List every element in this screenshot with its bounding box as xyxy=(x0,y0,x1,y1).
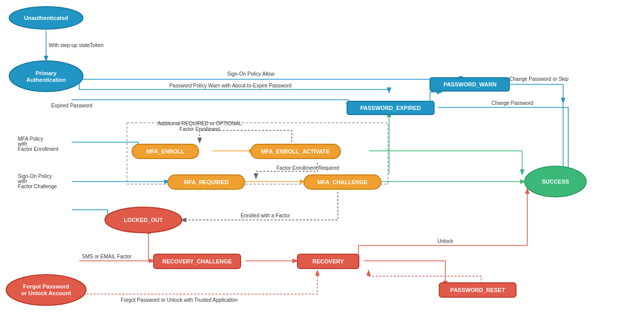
edge-forgot-to-recovery-dashed xyxy=(79,271,317,294)
node-mfa-required-label: MFA_REQUIRED xyxy=(184,179,228,185)
edge-label-additional-req: Additional REQUIRED or OPTIONAL xyxy=(158,121,242,126)
node-password-reset-label: PASSWORD_RESET xyxy=(450,287,505,293)
node-success-label: SUCCESS xyxy=(542,179,569,185)
edge-label-signon-allow: Sign-On Policy Allow xyxy=(227,71,275,77)
node-password-warn-label: PASSWORD_WARN xyxy=(443,81,497,87)
edge-label-forgot-trusted: Forgot Password or Unlock with Trusted A… xyxy=(121,297,238,303)
node-forgot-password-label2: or Unlock Account xyxy=(21,290,71,296)
edge-primary-to-pwwarn xyxy=(79,76,461,81)
edge-label-change-pw-skip: Change Password or Skip xyxy=(509,76,569,82)
edge-pwwarn-change xyxy=(504,84,563,102)
state-diagram-svg: With step-up stateToken Sign-On Policy A… xyxy=(0,0,644,312)
edge-label-unlock: Unlock xyxy=(438,238,454,244)
node-recovery-label: RECOVERY xyxy=(312,258,344,264)
node-locked-out-label: LOCKED_OUT xyxy=(124,217,163,223)
node-unauthenticated-label: Unauthenticated xyxy=(24,15,68,21)
edge-label-pw-warn: Password Policy Warn with About-to-Expir… xyxy=(169,83,292,88)
node-mfa-enroll-activate-label: MFA_ENROLL_ACTIVATE xyxy=(261,148,330,154)
node-mfa-enroll-label: MFA_ENROLL xyxy=(146,148,185,154)
edge-recovery-to-reset xyxy=(363,261,445,285)
node-primary-auth xyxy=(9,61,83,92)
node-mfa-challenge-label: MFA_CHALLENGE xyxy=(317,179,368,185)
node-password-expired-label: PASSWORD_EXPIRED xyxy=(360,105,421,111)
edge-expired-success xyxy=(438,107,568,174)
edge-primary-to-enroll xyxy=(72,142,138,151)
edge-label-expired: Expired Password xyxy=(51,103,93,108)
edge-primary-to-expired xyxy=(72,100,348,107)
edge-label-change-pw: Change Password xyxy=(491,100,533,106)
node-primary-auth-label1: Primary xyxy=(36,70,57,76)
node-primary-auth-label2: Authentication xyxy=(27,77,66,83)
edge-label-additional-req2: Factor Enrollment xyxy=(180,126,220,132)
edge-label-stepup: With step-up stateToken xyxy=(49,42,103,48)
edge-activate-back-enroll xyxy=(200,130,292,142)
edge-primary-to-locked xyxy=(72,210,108,220)
edge-label-signon-factor3: Factor Challenge xyxy=(18,184,57,189)
node-recovery-challenge-label: RECOVERY_CHALLENGE xyxy=(162,258,232,264)
edge-label-enrolled: Enrolled with a Factor xyxy=(241,213,290,218)
edge-activate-to-success xyxy=(369,151,522,174)
edge-label-sms-email: SMS or EMAIL Factor xyxy=(82,254,132,259)
diagram-container: With step-up stateToken Sign-On Policy A… xyxy=(0,0,644,312)
edge-reset-to-recovery xyxy=(369,271,481,284)
edge-label-factor-enroll-req: Factor Enrollment Required xyxy=(276,165,339,171)
node-forgot-password-label1: Forgot Password xyxy=(23,283,69,289)
edge-recovery-to-success xyxy=(358,189,527,256)
edge-label-mfa-policy3: Factor Enrollment xyxy=(18,146,58,152)
